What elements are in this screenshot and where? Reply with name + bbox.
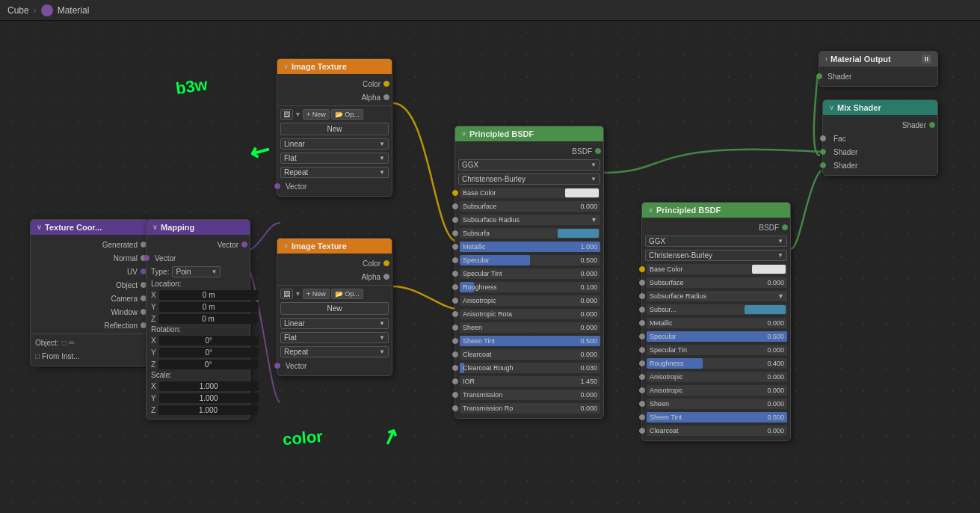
pbsdf1-clearcoat-rough-socket: [452, 365, 458, 371]
image-texture-2-node: ∨ Image Texture Color Alpha 🖼 ▼ + New 📂 …: [277, 238, 392, 376]
matout-shader-socket: [816, 73, 822, 79]
mix-shader2-socket: [820, 162, 826, 168]
img-tex1-alpha-row: Alpha: [277, 90, 392, 104]
pbsdf1-christensen-select[interactable]: Christensen-Burley ▼: [458, 173, 600, 185]
texture-coord-node: ∨ Texture Coor... Generated Normal UV Ob…: [30, 219, 150, 366]
mapping-type-select[interactable]: Poin ▼: [172, 266, 221, 277]
pbsdf1-anisotropic-socket: [452, 298, 458, 304]
pbsdf1-sheen-socket: [452, 325, 458, 331]
img-tex1-color-row: Color: [277, 77, 392, 90]
mapping-vector-out-row: Vector: [147, 238, 250, 251]
pbsdf1-sheen-row: Sheen 0.000: [455, 321, 603, 334]
pbsdf2-metallic-row: Metallic 0.000: [642, 316, 790, 330]
img-tex2-repeat-select[interactable]: Repeat ▼: [280, 346, 389, 357]
scale-x-input[interactable]: [159, 381, 259, 391]
img-tex1-new-btn[interactable]: + New: [303, 109, 330, 120]
pbsdf2-subsurface-radius-socket: [639, 293, 645, 299]
pbsdf2-anisotropic-row: Anisotropic 0.000: [642, 370, 790, 384]
pbsdf1-base-color-socket: [452, 190, 458, 196]
img-tex2-open-btn[interactable]: 📂 Op...: [331, 289, 363, 299]
annotation-bsw: b3w: [174, 75, 209, 99]
loc-y-row: Y: [147, 301, 250, 313]
pbsdf2-sheen-tint-socket: [639, 414, 645, 420]
pbsdf1-subsurface-row: Subsurface 0.000: [455, 200, 603, 213]
pbsdf2-clearcoat-socket: [639, 428, 645, 434]
img-tex2-flat-select[interactable]: Flat ▼: [280, 332, 389, 343]
img-tex1-title: Image Texture: [292, 62, 347, 71]
mix-header: ∨ Mix Shader: [823, 100, 937, 115]
from-inst-row: □ From Inst...: [31, 349, 149, 363]
header-bar: Cube › Material: [0, 0, 980, 21]
pbsdf1-anisotropic-rota-socket: [452, 311, 458, 317]
normal-row: Normal: [31, 251, 149, 265]
texture-coord-body: Generated Normal UV Object Camera Window: [31, 235, 149, 366]
img-tex1-new-field[interactable]: New: [280, 123, 389, 135]
pbsdf2-christensen-select[interactable]: Christensen-Burley ▼: [645, 250, 787, 261]
image-texture-1-node: ∨ Image Texture Color Alpha 🖼 ▼ + New 📂 …: [277, 58, 392, 197]
mapping-body: Vector Vector Type: Poin ▼ Location:: [147, 235, 250, 419]
pbsdf1-ggx-select[interactable]: GGX ▼: [458, 159, 600, 171]
pbsdf1-bsdf-out: BSDF: [455, 144, 603, 158]
img-tex1-vector-socket: [274, 183, 280, 189]
texture-coord-title: Texture Coor...: [45, 223, 102, 232]
window-row: Window: [31, 305, 149, 319]
matout-header: › Material Output II: [819, 52, 937, 67]
pbsdf1-roughness-socket: [452, 284, 458, 290]
pbsdf1-title: Principled BSDF: [469, 129, 534, 138]
rot-x-row: X: [147, 334, 250, 346]
pbsdf2-bsdf-socket: [782, 224, 788, 230]
rot-z-row: Z: [147, 358, 250, 370]
img-tex2-new-btn[interactable]: + New: [303, 289, 330, 299]
img-tex2-new-field[interactable]: New: [280, 302, 389, 315]
pbsdf2-specular-tint-socket: [639, 347, 645, 353]
pbsdf2-subsurface-row: Subsurface 0.000: [642, 276, 790, 289]
pbsdf1-transmission-ro-row: Transmission Ro 0.000: [455, 402, 603, 415]
pbsdf1-ior-socket: [452, 378, 458, 384]
node-editor-canvas[interactable]: b3w ↙ color ↗ ∨ Texture Coor... Generate…: [0, 21, 980, 513]
img-tex1-open-btn[interactable]: 📂 Op...: [331, 109, 363, 120]
rot-y-input[interactable]: [159, 348, 259, 357]
img-tex1-repeat-select[interactable]: Repeat ▼: [280, 167, 389, 178]
rot-x-input[interactable]: [159, 336, 259, 345]
img-tex2-vector-row: Vector: [277, 359, 392, 372]
mapping-vector-out: [241, 242, 247, 248]
scale-z-input[interactable]: [158, 405, 258, 415]
img-tex1-vector-row: Vector: [277, 179, 392, 193]
scale-y-row: Y: [147, 392, 250, 404]
pbsdf2-roughness-row: Roughness 0.400: [642, 357, 790, 370]
annotation-color-arrow: ↗: [377, 423, 402, 452]
uv-row: UV: [31, 265, 149, 278]
pbsdf1-anisotropic-rota-row: Anisotropic Rota 0.000: [455, 307, 603, 321]
pbsdf2-base-color-socket: [639, 266, 645, 272]
loc-z-input[interactable]: [158, 314, 258, 324]
chevron-icon: ∨: [37, 224, 42, 231]
loc-y-input[interactable]: [159, 302, 259, 312]
rot-y-row: Y: [147, 346, 250, 358]
pbsdf1-transmission-row: Transmission 0.000: [455, 388, 603, 402]
mix-shader-node: ∨ Mix Shader Shader Fac Shader Shader: [822, 99, 938, 176]
pbsdf2-subsurface-radius-row: Subsurface Radius ▼: [642, 289, 790, 303]
img-tex2-linear-select[interactable]: Linear ▼: [280, 318, 389, 329]
pbsdf1-subsurfa-row: Subsurfa: [455, 227, 603, 240]
principled-bsdf-1-node: ∨ Principled BSDF BSDF GGX ▼ Christensen…: [454, 126, 604, 419]
pbsdf2-base-color-row: Base Color: [642, 262, 790, 276]
principled-bsdf-2-node: ∨ Principled BSDF BSDF GGX ▼ Christensen…: [641, 202, 791, 441]
pbsdf2-ggx-select[interactable]: GGX ▼: [645, 236, 787, 247]
object-row: Object: [31, 278, 149, 292]
matout-shader-row: Shader: [819, 70, 937, 83]
img-tex2-alpha-socket: [383, 274, 389, 280]
img-tex1-flat-select[interactable]: Flat ▼: [280, 153, 389, 164]
mix-shader1-row: Shader: [823, 145, 937, 159]
loc-x-input[interactable]: [159, 290, 259, 300]
scale-y-input[interactable]: [159, 393, 259, 403]
pbsdf2-sheen-tint-row: Sheen Tint 0.500: [642, 411, 790, 424]
img-tex1-linear-select[interactable]: Linear ▼: [280, 138, 389, 150]
img-tex1-alpha-socket: [383, 94, 389, 100]
annotation-arrow: ↙: [244, 134, 276, 168]
matout-title: Material Output: [830, 55, 891, 64]
img-tex2-color-socket: [383, 260, 389, 266]
img-tex2-vector-socket: [274, 363, 280, 369]
rot-z-input[interactable]: [158, 360, 258, 369]
object-input-row: Object: □ ✏: [31, 336, 149, 349]
loc-z-row: Z: [147, 313, 250, 325]
